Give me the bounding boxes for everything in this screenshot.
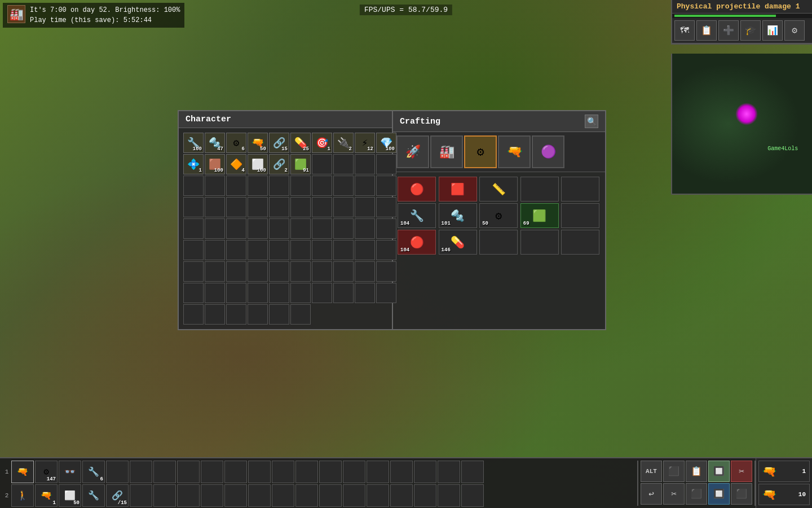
hotbar-slot-1-10[interactable]: [224, 461, 247, 483]
technologies-button[interactable]: 📋: [696, 20, 717, 41]
inv-slot-4[interactable]: 🔫 50: [248, 133, 268, 153]
craft-slot-6[interactable]: 🔧 104: [398, 203, 436, 228]
inv-slot-25[interactable]: [269, 176, 289, 196]
hotbar-slot-1-8[interactable]: [177, 461, 200, 483]
inv-slot-79[interactable]: [355, 283, 375, 303]
inv-slot-26[interactable]: [290, 176, 311, 196]
inv-slot-71[interactable]: [183, 283, 204, 303]
inv-slot-13[interactable]: 🔶 4: [226, 154, 246, 174]
hotbar-slot-2-20[interactable]: [461, 484, 484, 507]
craft-slot-1[interactable]: 🔴: [398, 177, 436, 202]
inv-slot-67[interactable]: [312, 261, 332, 282]
weapon-slot-1[interactable]: 🔫 1: [758, 461, 810, 482]
inv-slot-17[interactable]: [312, 154, 332, 174]
hotbar-slot-2-5[interactable]: 🔗 /15: [106, 484, 129, 507]
inv-slot-23[interactable]: [226, 176, 246, 196]
inv-slot-30[interactable]: [376, 176, 396, 196]
inv-slot-48[interactable]: [333, 218, 354, 239]
inv-slot-29[interactable]: [355, 176, 375, 196]
inv-slot-46[interactable]: [290, 218, 311, 239]
inv-slot-72[interactable]: [205, 283, 225, 303]
inv-slot-10[interactable]: 💎 100: [376, 133, 396, 153]
hotbar-slot-1-18[interactable]: [414, 461, 436, 483]
inv-slot-62[interactable]: [205, 261, 225, 282]
inv-slot-44[interactable]: [248, 218, 268, 239]
map-button[interactable]: 🗺: [674, 20, 695, 41]
action-5-button[interactable]: ⬛: [731, 483, 752, 505]
hotbar-slot-1-12[interactable]: [272, 461, 294, 483]
inv-slot-37[interactable]: [312, 197, 332, 217]
inv-slot-70[interactable]: [376, 261, 396, 282]
hotbar-slot-1-14[interactable]: [319, 461, 342, 483]
inv-slot-51[interactable]: [183, 240, 204, 260]
hotbar-slot-2-3[interactable]: ⬜ 50: [59, 484, 81, 507]
inv-slot-27[interactable]: [312, 176, 332, 196]
inv-slot-20[interactable]: [376, 154, 396, 174]
hotbar-slot-1-6[interactable]: [130, 461, 152, 483]
hotbar-slot-2-14[interactable]: [319, 484, 342, 507]
hotbar-slot-1-9[interactable]: [201, 461, 223, 483]
settings-button[interactable]: ⚙: [784, 20, 805, 41]
hotbar-slot-1-20[interactable]: [461, 461, 484, 483]
inv-slot-59[interactable]: [355, 240, 375, 260]
inv-slot-76[interactable]: [290, 283, 311, 303]
mode-button[interactable]: ⬛: [686, 483, 707, 505]
hotbar-slot-2-2[interactable]: 🔫 1: [35, 484, 58, 507]
hotbar-slot-1-5[interactable]: [106, 461, 129, 483]
inv-slot-2[interactable]: 🔩 47: [205, 133, 225, 153]
inv-slot-21[interactable]: [183, 176, 204, 196]
craft-slot-14[interactable]: [520, 230, 559, 255]
inv-slot-86[interactable]: [290, 304, 311, 325]
inv-slot-6[interactable]: 💊 25: [290, 133, 311, 153]
craft-slot-2[interactable]: 🟥: [439, 177, 477, 202]
hotbar-slot-2-10[interactable]: [224, 484, 247, 507]
cat-combat[interactable]: 🔫: [498, 135, 531, 168]
inv-slot-5[interactable]: 🔗 15: [269, 133, 289, 153]
inv-slot-38[interactable]: [333, 197, 354, 217]
hotbar-slot-2-17[interactable]: [390, 484, 413, 507]
weapon-slot-2[interactable]: 🔫 10: [758, 484, 810, 505]
hotbar-slot-1-11[interactable]: [248, 461, 271, 483]
inv-slot-31[interactable]: [183, 197, 204, 217]
craft-slot-8[interactable]: ⚙ 50: [479, 203, 518, 228]
hotbar-slot-2-4[interactable]: 🔧: [82, 484, 105, 507]
hotbar-slot-1-1[interactable]: 🔫: [11, 461, 34, 483]
add-button[interactable]: ➕: [718, 20, 739, 41]
inv-slot-57[interactable]: [312, 240, 332, 260]
inv-slot-43[interactable]: [226, 218, 246, 239]
inv-slot-41[interactable]: [183, 218, 204, 239]
craft-slot-7[interactable]: 🔩 101: [439, 203, 477, 228]
inv-slot-54[interactable]: [248, 240, 268, 260]
inv-slot-69[interactable]: [355, 261, 375, 282]
inv-slot-22[interactable]: [205, 176, 225, 196]
inv-slot-47[interactable]: [312, 218, 332, 239]
inv-slot-39[interactable]: [355, 197, 375, 217]
inv-slot-7[interactable]: 🎯 1: [312, 133, 332, 153]
hotbar-slot-1-2[interactable]: ⚙ 147: [35, 461, 58, 483]
inv-slot-60[interactable]: [376, 240, 396, 260]
inv-slot-45[interactable]: [269, 218, 289, 239]
inv-slot-53[interactable]: [226, 240, 246, 260]
cat-tech[interactable]: ⚙: [464, 135, 497, 168]
inv-slot-19[interactable]: [355, 154, 375, 174]
inv-slot-65[interactable]: [269, 261, 289, 282]
craft-slot-4[interactable]: [520, 177, 559, 202]
hotbar-slot-2-18[interactable]: [414, 484, 436, 507]
inv-slot-15[interactable]: 🔗 2: [269, 154, 289, 174]
inv-slot-49[interactable]: [355, 218, 375, 239]
hotbar-slot-1-17[interactable]: [390, 461, 413, 483]
cut-button[interactable]: ✂: [731, 461, 752, 482]
hotbar-slot-2-11[interactable]: [248, 484, 271, 507]
inv-slot-11[interactable]: 💠 1: [183, 154, 204, 174]
inv-slot-3[interactable]: ⚙ 6: [226, 133, 246, 153]
hotbar-slot-1-19[interactable]: [438, 461, 460, 483]
hotbar-slot-2-13[interactable]: [295, 484, 318, 507]
alt-view-button[interactable]: ALT: [641, 461, 662, 482]
inv-slot-68[interactable]: [333, 261, 354, 282]
cut-mode-button[interactable]: ✂: [663, 483, 685, 505]
inv-slot-77[interactable]: [312, 283, 332, 303]
craft-slot-10[interactable]: [561, 203, 599, 228]
craft-slot-11[interactable]: 🔴 104: [398, 230, 436, 255]
blueprint-button[interactable]: 📋: [686, 461, 707, 482]
cat-production[interactable]: 🏭: [430, 135, 463, 168]
